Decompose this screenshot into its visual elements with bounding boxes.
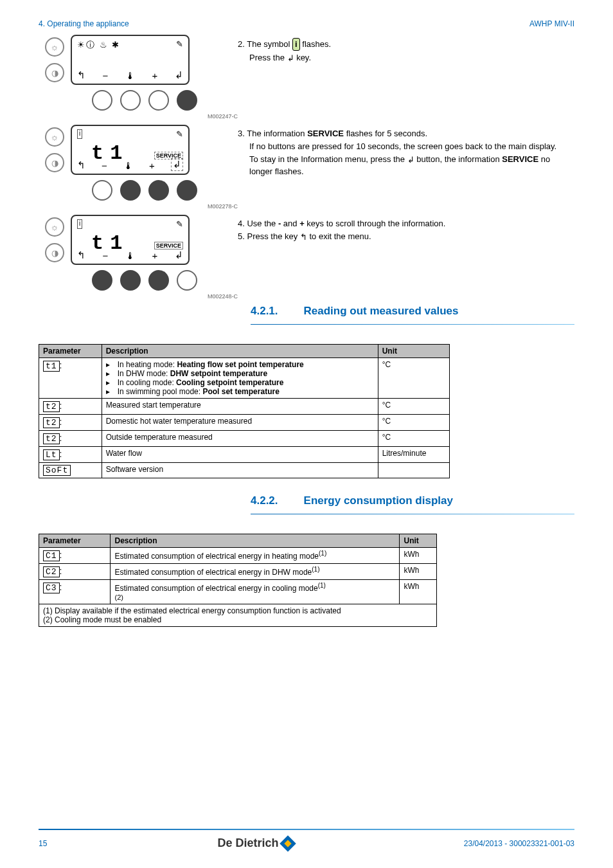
physical-button-active [148, 180, 169, 201]
lcd-flashing-icon: ✎ [176, 219, 183, 229]
section-heading-1: 4.2.1. Reading out measured values [39, 305, 574, 318]
physical-button-active [177, 90, 197, 111]
table-row: t2: Measured start temperature °C [39, 399, 450, 415]
plus-icon: + [152, 250, 158, 261]
back-icon: ↰ [77, 159, 85, 171]
section-number: 4.2.2. [251, 494, 278, 507]
enter-icon: ↲ [175, 249, 183, 261]
mode-knob-icon: ☼ [45, 217, 64, 237]
table-row: SoFt Software version [39, 463, 450, 478]
param-code: t1 [43, 361, 60, 372]
section-title: Energy consumption display [304, 494, 453, 507]
logo-text: De Dietrich [218, 836, 279, 850]
table-row: C3: Estimated consumption of electrical … [39, 580, 437, 604]
timer-knob-icon: ◑ [45, 153, 64, 172]
table-header: Unit [378, 345, 449, 358]
display-illustration-2: ☼ ◑ ☀ⓘ ♨ ✱ ✎ ↰ − 🌡 + ↲ [39, 35, 212, 120]
physical-button [177, 270, 197, 291]
brand-logo: De Dietrich [218, 836, 294, 850]
param-code: C1 [43, 550, 60, 561]
section-rule [251, 324, 574, 325]
mode-knob-icon: ☼ [45, 127, 64, 147]
thermometer-icon: 🌡 [125, 70, 135, 81]
bullet-icon: ▸ [106, 378, 111, 387]
lcd-flashing-icon: ✎ [176, 129, 183, 139]
table-row: t2: Domestic hot water temperature measu… [39, 415, 450, 431]
table-row: C1: Estimated consumption of electrical … [39, 548, 437, 564]
page-footer: 15 De Dietrich 23/04/2013 - 300023321-00… [39, 829, 574, 850]
minus-icon: − [103, 70, 109, 81]
step-4-5-text: 4. Use the - and + keys to scroll throug… [212, 215, 574, 244]
param-code: t2 [43, 401, 60, 412]
image-code: M002278-C [167, 203, 238, 210]
thermometer-icon: 🌡 [125, 250, 135, 261]
service-label: SERVICE [154, 242, 183, 249]
measured-values-table: Parameter Description Unit t1: ▸ In heat… [39, 344, 450, 478]
lcd-screen: i ✎ t1 SERVICE ↰ − 🌡 + ↲ [71, 215, 190, 265]
param-code: SoFt [43, 465, 71, 476]
param-code: Lt [43, 449, 60, 460]
table-header: Description [111, 534, 400, 548]
table-row: C2: Estimated consumption of electrical … [39, 564, 437, 580]
header-section-label: 4. Operating the appliance [39, 19, 129, 28]
image-code: M002248-C [167, 293, 238, 300]
button-row [77, 270, 212, 291]
lcd-flashing-icon: ✎ [176, 39, 183, 51]
page-number: 15 [39, 839, 47, 848]
lcd-screen: i ✎ t1 SERVICE ↰ − 🌡 + ↲ [71, 125, 190, 175]
info-box-icon: i [77, 219, 82, 229]
param-code: C3 [43, 583, 60, 593]
step-3-row: ☼ ◑ i ✎ t1 SERVICE ↰ − 🌡 + ↲ [39, 125, 574, 210]
table-header: Parameter [39, 345, 102, 358]
physical-button [92, 90, 112, 111]
page-header: 4. Operating the appliance AWHP MIV-II [0, 0, 613, 35]
step-2-row: ☼ ◑ ☀ⓘ ♨ ✱ ✎ ↰ − 🌡 + ↲ [39, 35, 574, 120]
step-4-5-row: ☼ ◑ i ✎ t1 SERVICE ↰ − 🌡 + ↲ [39, 215, 574, 300]
table-footnote-row: (1) Display available if the estimated e… [39, 604, 437, 627]
physical-button-active [177, 180, 197, 201]
enter-icon-flashing: ↲ [171, 158, 183, 171]
button-row [77, 90, 212, 111]
main-content: ☼ ◑ ☀ⓘ ♨ ✱ ✎ ↰ − 🌡 + ↲ [0, 35, 613, 627]
step-3-text: 3. The information SERVICE flashes for 5… [212, 125, 574, 179]
button-row [77, 180, 212, 201]
image-code: M002247-C [167, 113, 238, 120]
physical-button-active [120, 270, 141, 291]
section-rule [251, 514, 574, 514]
minus-icon: − [102, 160, 107, 171]
bullet-icon: ▸ [106, 360, 111, 369]
physical-button-active [120, 180, 141, 201]
enter-key-icon: ↲ [287, 53, 294, 64]
param-code: C2 [43, 566, 60, 577]
section-number: 4.2.1. [251, 305, 278, 318]
back-icon: ↰ [77, 249, 85, 261]
bullet-icon: ▸ [106, 369, 111, 378]
lcd-screen: ☀ⓘ ♨ ✱ ✎ ↰ − 🌡 + ↲ [71, 35, 190, 85]
table-header: Description [102, 345, 378, 358]
back-icon: ↰ [77, 69, 85, 81]
section-heading-2: 4.2.2. Energy consumption display [39, 494, 574, 507]
document-date-id: 23/04/2013 - 300023321-001-03 [464, 839, 574, 848]
step-2-text: 2. The symbol i flashes. Press the ↲ key… [212, 35, 574, 66]
table-header: Unit [400, 534, 437, 548]
param-code: t2 [43, 417, 60, 428]
param-code: t2 [43, 433, 60, 444]
exit-key-icon: ↰ [300, 231, 307, 243]
logo-diamond-icon [280, 835, 296, 851]
minus-icon: − [103, 250, 109, 261]
table-row: t1: ▸ In heating mode: Heating flow set … [39, 358, 450, 399]
table-row: Lt: Water flow Litres/minute [39, 447, 450, 463]
energy-consumption-table: Parameter Description Unit C1: Estimated… [39, 534, 437, 627]
bullet-icon: ▸ [106, 387, 111, 396]
info-icon: i [292, 38, 300, 51]
thermometer-icon: 🌡 [123, 160, 133, 171]
enter-icon: ↲ [175, 69, 183, 81]
physical-button-active [92, 270, 112, 291]
lcd-status-icons: ☀ⓘ ♨ ✱ [77, 39, 120, 51]
table-header: Parameter [39, 534, 111, 548]
physical-button [92, 180, 112, 201]
timer-knob-icon: ◑ [45, 243, 64, 262]
timer-knob-icon: ◑ [45, 63, 64, 82]
plus-icon: + [149, 160, 155, 171]
plus-icon: + [152, 70, 158, 81]
